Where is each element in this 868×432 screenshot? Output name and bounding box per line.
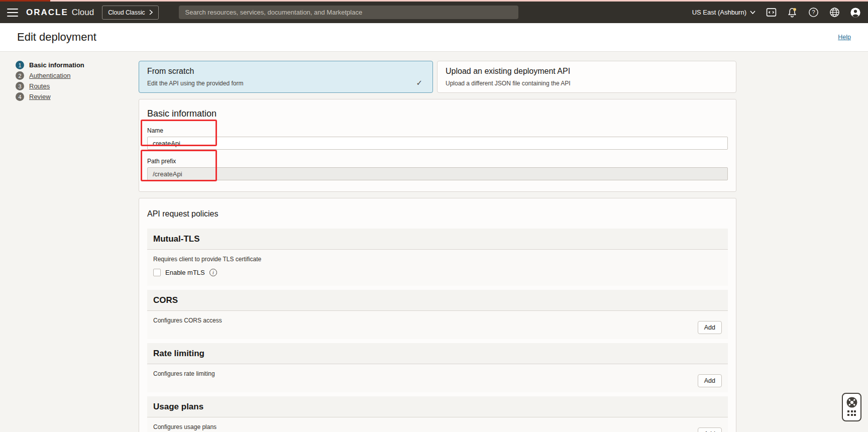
notifications-bell-icon[interactable] xyxy=(787,7,798,18)
cors-add-button[interactable]: Add xyxy=(698,321,722,334)
path-prefix-input xyxy=(147,167,728,180)
mutual-tls-header: Mutual-TLS xyxy=(147,229,728,250)
cloud-classic-button[interactable]: Cloud Classic xyxy=(102,6,158,20)
usage-plans-add-button[interactable]: Add xyxy=(698,427,722,432)
cors-section: CORS Configures CORS access Add xyxy=(147,290,728,339)
mutual-tls-section: Mutual-TLS Requires client to provide TL… xyxy=(147,229,728,286)
from-scratch-card[interactable]: From scratch Edit the API using the prov… xyxy=(139,61,433,93)
topbar: ORACLE Cloud Cloud Classic US East (Ashb… xyxy=(0,2,868,23)
mutual-tls-title: Mutual-TLS xyxy=(153,234,200,244)
help-link[interactable]: Help xyxy=(838,34,851,41)
page-header: Edit deployment Help xyxy=(0,23,868,52)
name-field-label: Name xyxy=(147,127,728,134)
step-label: Review xyxy=(29,93,51,100)
rate-limiting-add-button[interactable]: Add xyxy=(698,374,722,387)
brand-oracle: ORACLE xyxy=(26,8,68,18)
wizard-step-routes[interactable]: 3 Routes xyxy=(16,81,84,91)
life-preserver-icon xyxy=(846,396,858,408)
basic-information-heading: Basic information xyxy=(147,109,728,119)
usage-plans-description: Configures usage plans xyxy=(153,423,722,430)
search-input[interactable] xyxy=(179,6,518,19)
cors-description: Configures CORS access xyxy=(153,317,722,324)
wizard-step-review[interactable]: 4 Review xyxy=(16,91,84,102)
usage-plans-body: Configures usage plans Add xyxy=(147,417,728,432)
step-number-badge: 3 xyxy=(16,82,24,90)
mutual-tls-description: Requires client to provide TLS certifica… xyxy=(153,256,722,263)
mutual-tls-body: Requires client to provide TLS certifica… xyxy=(147,250,728,286)
developer-console-icon[interactable] xyxy=(766,7,777,18)
step-number-badge: 1 xyxy=(16,61,24,69)
chevron-right-icon xyxy=(149,10,153,15)
from-scratch-title: From scratch xyxy=(147,67,424,76)
rate-limiting-section: Rate limiting Configures rate limiting A… xyxy=(147,343,728,392)
chevron-down-icon xyxy=(750,11,755,14)
enable-mtls-label: Enable mTLS xyxy=(165,269,205,276)
topbar-right-group: US East (Ashburn) ? xyxy=(692,7,861,18)
rate-limiting-header: Rate limiting xyxy=(147,343,728,364)
path-prefix-field-label: Path prefix xyxy=(147,158,728,165)
api-request-policies-heading: API request policies xyxy=(147,209,728,219)
selected-check-icon: ✓ xyxy=(416,78,422,87)
dots-grid-icon xyxy=(847,410,856,416)
api-source-selector: From scratch Edit the API using the prov… xyxy=(139,61,736,93)
svg-text:?: ? xyxy=(812,9,815,15)
cors-title: CORS xyxy=(153,295,178,305)
name-input[interactable] xyxy=(147,137,728,150)
language-globe-icon[interactable] xyxy=(829,7,840,18)
enable-mtls-checkbox[interactable] xyxy=(153,269,161,276)
wizard-step-authentication[interactable]: 2 Authentication xyxy=(16,70,84,81)
brand-cloud: Cloud xyxy=(72,8,94,18)
cors-header: CORS xyxy=(147,290,728,311)
step-label: Routes xyxy=(29,82,50,90)
wizard-step-basic-information[interactable]: 1 Basic information xyxy=(16,60,84,70)
rate-limiting-title: Rate limiting xyxy=(153,349,204,359)
region-selector[interactable]: US East (Ashburn) xyxy=(692,9,755,16)
usage-plans-section: Usage plans Configures usage plans Add xyxy=(147,396,728,432)
enable-mtls-row: Enable mTLS i xyxy=(153,269,722,276)
region-label: US East (Ashburn) xyxy=(692,9,746,16)
step-number-badge: 4 xyxy=(16,92,24,101)
api-request-policies-panel: API request policies Mutual-TLS Requires… xyxy=(139,198,736,432)
page-load-progress-fill xyxy=(0,0,50,2)
step-label: Authentication xyxy=(29,72,70,79)
info-icon[interactable]: i xyxy=(209,269,217,276)
upload-api-subtitle: Upload a different JSON file containing … xyxy=(446,80,728,87)
support-launcher-widget[interactable] xyxy=(842,393,861,421)
wizard-steps: 1 Basic information 2 Authentication 3 R… xyxy=(16,60,84,102)
main-form-column: From scratch Edit the API using the prov… xyxy=(139,61,736,432)
upload-api-card[interactable]: Upload an existing deployment API Upload… xyxy=(437,61,736,93)
rate-limiting-description: Configures rate limiting xyxy=(153,370,722,377)
user-avatar-icon[interactable] xyxy=(850,7,861,18)
step-number-badge: 2 xyxy=(16,71,24,80)
hamburger-menu-icon[interactable] xyxy=(7,9,18,17)
usage-plans-header: Usage plans xyxy=(147,396,728,417)
cloud-classic-label: Cloud Classic xyxy=(108,9,145,16)
basic-information-panel: Basic information Name Path prefix xyxy=(139,99,736,192)
page-load-progress-bar xyxy=(0,0,868,2)
rate-limiting-body: Configures rate limiting Add xyxy=(147,364,728,392)
usage-plans-title: Usage plans xyxy=(153,402,203,412)
from-scratch-subtitle: Edit the API using the provided form xyxy=(147,80,424,87)
upload-api-title: Upload an existing deployment API xyxy=(446,67,728,76)
content-area: 1 Basic information 2 Authentication 3 R… xyxy=(0,52,868,432)
oracle-cloud-logo[interactable]: ORACLE Cloud xyxy=(26,8,94,18)
cors-body: Configures CORS access Add xyxy=(147,311,728,339)
page-title: Edit deployment xyxy=(17,31,96,44)
help-icon[interactable]: ? xyxy=(808,7,819,18)
step-label: Basic information xyxy=(29,61,84,69)
